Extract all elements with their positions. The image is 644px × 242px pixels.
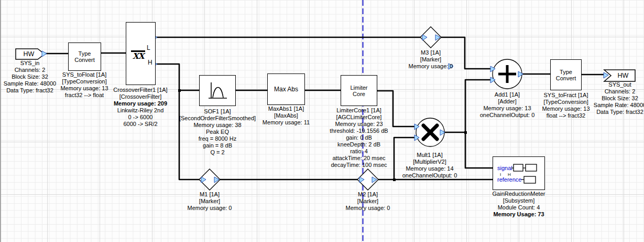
crossover-icon: XX	[131, 50, 145, 61]
grm-subsystem-icon: signal I H reference	[494, 157, 544, 190]
sys-in-caption: SYS_in Channels: 2 Block Size: 32 Sample…	[4, 60, 56, 94]
typeconvert-in-label: Type	[79, 50, 91, 57]
block-sys-out[interactable]: HW	[604, 70, 635, 81]
maxabs-label: Max Abs	[274, 86, 298, 92]
m1-caption: M1 [1A] [Marker] Memory usage: 0	[188, 191, 232, 212]
sys-in-label: HW	[24, 50, 35, 58]
junction-dot	[393, 178, 396, 181]
typeconvert-out-label: Type	[560, 69, 572, 75]
crossover-caption: CrossoverFilter1 [1A] [CrossoverFilter] …	[113, 87, 167, 128]
block-typeconvert-in[interactable]: Type Convert	[68, 43, 101, 71]
wire-mult-grm-signal[interactable]	[465, 132, 493, 168]
limiter-caption: LimiterCore1 [1A] [AGCLimiterCore] Memor…	[330, 107, 388, 169]
m2-caption: M2 [1A] [Marker] Memory usage: 0	[346, 191, 390, 212]
canvas-left-edge	[0, 0, 1, 242]
schematic-canvas[interactable]: HW HW	[0, 0, 644, 242]
block-limitercore[interactable]: Limiter Core	[341, 75, 377, 106]
typeconvert-out-caption: SYS_toFract [1A] [TypeConversion] Memory…	[542, 92, 590, 119]
port-sysout-in[interactable]	[604, 72, 608, 78]
m3-caption: M3 [1A] [Marker] Memory usage: 0	[409, 49, 453, 70]
limiter-label: Limiter	[350, 85, 367, 91]
crossover-high-label: H	[148, 59, 152, 66]
block-crossoverfilter[interactable]: XX L H	[126, 22, 156, 85]
mult-caption: Mult1 [1A] [MultiplierV2] Memory usage: …	[402, 152, 457, 179]
peak-filter-icon	[206, 80, 229, 102]
sys-out-caption: SYS_out Channels: 2 Block Size: 32 Sampl…	[594, 81, 644, 115]
junction-dot	[464, 131, 467, 134]
block-gainreductionmeter[interactable]: signal I H reference	[493, 156, 545, 190]
grm-caption: GainReductionMeter [Subsystem] Module Co…	[493, 191, 545, 218]
block-add1[interactable]	[493, 59, 522, 89]
block-sys-in[interactable]: HW	[16, 49, 45, 59]
block-typeconvert-out[interactable]: Type Convert	[550, 59, 582, 90]
typeconvert-in-label2: Convert	[74, 57, 95, 63]
grm-signal-pin-label: signal	[497, 165, 512, 171]
typeconvert-in-caption: SYS_toFloat [1A] [TypeConversion] Memory…	[60, 71, 108, 99]
crossover-low-label: L	[147, 45, 150, 51]
limiter-label2: Core	[353, 91, 365, 97]
block-maxabs[interactable]: Max Abs	[267, 73, 305, 105]
typeconvert-out-label2: Convert	[556, 75, 576, 81]
sys-out-label: HW	[618, 72, 629, 79]
junction-dot	[178, 89, 181, 92]
sof-caption: SOF1 [1A] [SecondOrderFilterSmoothed] Me…	[179, 108, 256, 156]
block-sof1[interactable]	[199, 75, 236, 106]
port-sysin-out[interactable]	[42, 51, 47, 57]
maxabs-caption: MaxAbs1 [1A] [MaxAbs] Memory usage: 11	[263, 106, 310, 126]
wire-layer: HW HW	[0, 0, 644, 242]
grm-reference-pin-label: reference	[497, 176, 521, 183]
add-caption: Add1 [1A] [Adder] Memory usage: 13 oneCh…	[480, 91, 535, 119]
